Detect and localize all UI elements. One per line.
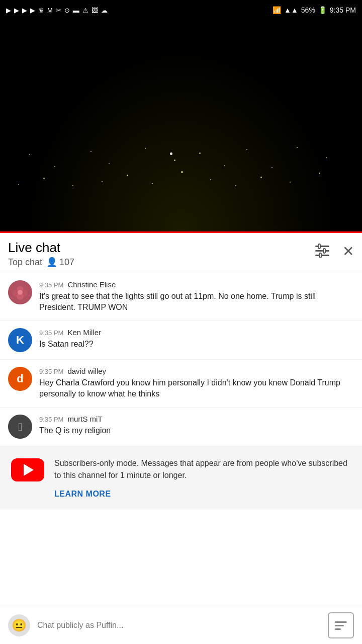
signal-icon: ▲▲ (284, 6, 298, 14)
emoji-icon: 😐 (12, 618, 27, 632)
message-time: 9:35 PM (39, 329, 63, 337)
battery-icon: 🔋 (318, 6, 327, 14)
status-bar: ▶ ▶ ▶ ▶ ♛ M ✂ ⊙ ▬ ⚠ 🖼 ☁ 📶 ▲▲ 56% 🔋 9:35 … (0, 0, 362, 20)
learn-more-link[interactable]: LEARN MORE (54, 490, 352, 499)
chat-input-bar: 😐 (0, 606, 362, 644)
app-icon-12: ☁ (101, 7, 108, 14)
app-icon-2: ▶ (14, 7, 19, 14)
chat-message: 𓅃 9:35 PM murtS miT The Q is my religion (0, 408, 362, 446)
chat-messages-container: 9:35 PM Christine Elise It's great to se… (0, 273, 362, 446)
message-time: 9:35 PM (39, 281, 63, 289)
city-lights (0, 131, 362, 191)
video-player[interactable] (0, 20, 362, 231)
viewer-count-number: 107 (59, 257, 74, 268)
avatar: K (8, 328, 32, 352)
chat-sub-row: Top chat 👤 107 (8, 257, 74, 268)
app-icon-10: ⚠ (82, 7, 88, 14)
svg-rect-4 (323, 249, 325, 253)
viewer-icon: 👤 (46, 257, 57, 268)
avatar-initial: K (16, 334, 24, 347)
send-button[interactable] (328, 612, 354, 638)
message-author: david willey (67, 367, 106, 375)
message-text: Hey Charla Crawford you know him persona… (39, 377, 354, 400)
avatar-initial: d (17, 372, 23, 385)
svg-rect-16 (335, 628, 341, 630)
app-icon-7: ✂ (56, 7, 61, 14)
subscribers-text-block: Subscribers-only mode. Messages that app… (54, 457, 352, 499)
app-icon-8: ⊙ (64, 7, 70, 14)
subscribers-description: Subscribers-only mode. Messages that app… (54, 459, 347, 479)
message-author: Ken Miller (67, 328, 101, 337)
avatar-image (8, 280, 32, 304)
message-content: 9:35 PM Christine Elise It's great to se… (39, 280, 354, 313)
status-indicators: 📶 ▲▲ 56% 🔋 9:35 PM (273, 6, 356, 14)
app-icon-1: ▶ (6, 7, 11, 14)
message-meta: 9:35 PM murtS miT (39, 415, 354, 423)
message-content: 9:35 PM murtS miT The Q is my religion (39, 415, 354, 436)
filters-button[interactable] (314, 244, 330, 259)
message-content: 9:35 PM Ken Miller Is Satan real?? (39, 328, 354, 350)
chat-message: d 9:35 PM david willey Hey Charla Crawfo… (0, 360, 362, 408)
sliders-icon (314, 244, 330, 258)
message-meta: 9:35 PM david willey (39, 367, 354, 375)
avatar: d (8, 367, 32, 391)
svg-rect-2 (315, 255, 329, 256)
live-chat-title: Live chat (8, 240, 74, 256)
youtube-logo (10, 457, 45, 482)
emoji-button[interactable]: 😐 (8, 614, 30, 636)
send-icon (333, 618, 348, 633)
message-meta: 9:35 PM Ken Miller (39, 328, 354, 337)
top-chat-label[interactable]: Top chat (8, 257, 42, 268)
message-text: Is Satan real?? (39, 339, 354, 350)
svg-rect-15 (335, 625, 344, 626)
close-button[interactable]: ✕ (342, 243, 354, 260)
message-text: The Q is my religion (39, 425, 354, 436)
app-icon-9: ▬ (73, 7, 79, 14)
status-icons: ▶ ▶ ▶ ▶ ♛ M ✂ ⊙ ▬ ⚠ 🖼 ☁ (6, 7, 108, 14)
chat-header-right: ✕ (314, 243, 354, 260)
app-icon-6: M (47, 7, 53, 14)
svg-rect-5 (319, 253, 321, 258)
message-time: 9:35 PM (39, 368, 63, 375)
avatar-image: 𓅃 (8, 415, 32, 439)
message-meta: 9:35 PM Christine Elise (39, 280, 354, 289)
chat-header-left: Live chat Top chat 👤 107 (8, 240, 74, 268)
svg-rect-0 (315, 246, 329, 247)
wifi-icon: 📶 (273, 6, 281, 14)
close-icon: ✕ (342, 244, 354, 259)
chat-message: K 9:35 PM Ken Miller Is Satan real?? (0, 321, 362, 360)
video-overlay (0, 20, 362, 231)
avatar: 𓅃 (8, 415, 32, 439)
youtube-play-icon (24, 464, 34, 476)
app-icon-5: ♛ (38, 7, 44, 14)
chat-input-field[interactable] (37, 614, 321, 636)
time-display: 9:35 PM (330, 6, 356, 14)
avatar (8, 280, 32, 304)
app-icon-3: ▶ (22, 7, 27, 14)
svg-text:𓅃: 𓅃 (18, 421, 22, 433)
svg-rect-1 (315, 250, 329, 252)
message-content: 9:35 PM david willey Hey Charla Crawford… (39, 367, 354, 400)
viewer-count-container: 👤 107 (46, 257, 74, 268)
message-author: Christine Elise (67, 280, 116, 289)
chat-message: 9:35 PM Christine Elise It's great to se… (0, 273, 362, 321)
svg-rect-14 (335, 621, 347, 623)
chat-header: Live chat Top chat 👤 107 ✕ (0, 233, 362, 268)
message-author: murtS miT (67, 415, 102, 423)
message-time: 9:35 PM (39, 416, 63, 423)
youtube-logo-inner (11, 458, 44, 481)
svg-rect-3 (318, 244, 320, 249)
battery-percent: 56% (301, 6, 315, 14)
svg-point-11 (18, 290, 23, 295)
subscribers-only-box: Subscribers-only mode. Messages that app… (0, 446, 362, 510)
message-text: It's great to see that the lights still … (39, 291, 354, 313)
app-icon-4: ▶ (30, 7, 35, 14)
app-icon-11: 🖼 (92, 7, 98, 14)
